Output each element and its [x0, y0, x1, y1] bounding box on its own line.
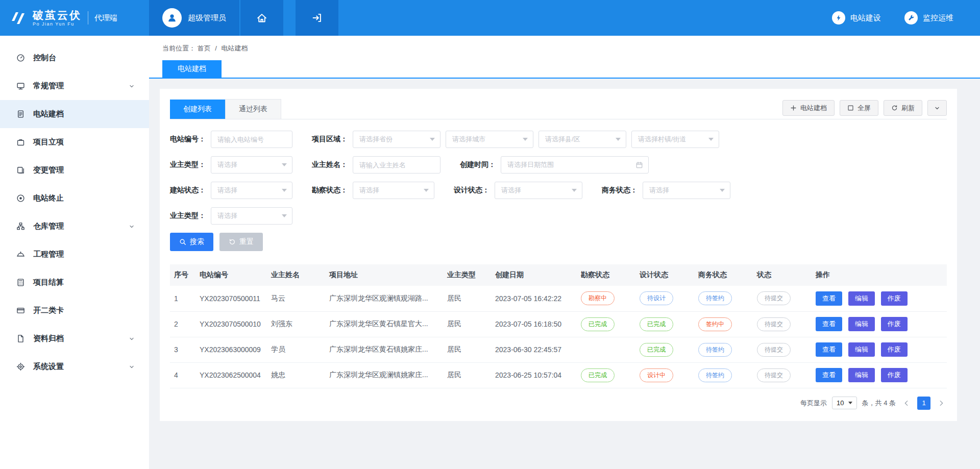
- sidebar-item-settings[interactable]: 系统设置: [0, 353, 149, 381]
- monitor-icon: [16, 82, 25, 90]
- design-status-badge: 设计中: [640, 368, 673, 382]
- chevron-down-icon: [424, 189, 429, 192]
- page-tab-station-archive[interactable]: 电站建档: [162, 60, 222, 78]
- view-button[interactable]: 查看: [816, 342, 842, 357]
- sidebar-item-warehouse[interactable]: 仓库管理: [0, 212, 149, 240]
- cell-created: 2023-07-05 16:42:22: [491, 286, 577, 311]
- business-status-badge: 待签约: [698, 368, 732, 382]
- gear-icon: [16, 362, 25, 371]
- city-select[interactable]: 请选择城市: [446, 131, 533, 148]
- per-page-select[interactable]: 10: [832, 397, 856, 409]
- edit-button[interactable]: 编辑: [848, 291, 875, 306]
- filter-label: 创建时间：: [460, 160, 496, 169]
- nav-station-build[interactable]: 电站建设: [832, 11, 881, 24]
- chevron-down-icon: [523, 138, 528, 141]
- page-number-1[interactable]: 1: [917, 397, 930, 410]
- business-status-select[interactable]: 请选择: [643, 182, 730, 199]
- sidebar-item-station-archive[interactable]: 电站建档: [0, 100, 149, 128]
- col-owner-name: 业主姓名: [267, 264, 325, 286]
- brand-title: 破茧云伏: [33, 9, 82, 21]
- design-status-select[interactable]: 请选择: [495, 182, 582, 199]
- survey-status-badge: 勘察中: [581, 291, 615, 305]
- reset-button[interactable]: 重置: [219, 233, 263, 251]
- table-header-row: 序号 电站编号 业主姓名 项目地址 业主类型 创建日期 勘察状态 设计状态 商务…: [170, 264, 947, 286]
- sidebar-item-change-mgmt[interactable]: 变更管理: [0, 156, 149, 184]
- nav-monitor-ops[interactable]: 监控运维: [904, 11, 953, 24]
- view-button[interactable]: 查看: [816, 368, 842, 382]
- filter-label: 设计状态：: [454, 186, 489, 195]
- county-select[interactable]: 请选择县/区: [538, 131, 626, 148]
- table-row: 4 YX2023062500004 姚忠 广东深圳龙华区观澜镇姚家庄... 居民…: [170, 362, 947, 388]
- void-button[interactable]: 作废: [881, 342, 908, 357]
- reset-icon: [229, 238, 236, 245]
- home-button[interactable]: [240, 0, 283, 36]
- void-button[interactable]: 作废: [881, 291, 908, 306]
- filter-design-status: 设计状态： 请选择: [454, 182, 582, 199]
- sidebar-item-general[interactable]: 常规管理: [0, 72, 149, 100]
- col-business-status: 商务状态: [694, 264, 753, 286]
- edit-button[interactable]: 编辑: [848, 368, 875, 382]
- add-station-button[interactable]: 电站建档: [782, 100, 835, 116]
- chevron-down-icon: [708, 138, 714, 141]
- sidebar-item-settlement[interactable]: 项目结算: [0, 268, 149, 297]
- chevron-down-icon: [572, 189, 577, 192]
- cell-created: 2023-06-25 10:57:04: [491, 362, 577, 388]
- collapse-toolbar-button[interactable]: [927, 100, 947, 116]
- chevron-down-icon: [129, 364, 135, 370]
- calendar-icon: [635, 161, 643, 169]
- void-button[interactable]: 作废: [881, 368, 908, 382]
- cell-address: 广东深圳龙华区观澜镇姚家庄...: [325, 362, 443, 388]
- breadcrumb-home[interactable]: 首页: [198, 44, 211, 52]
- tab-create-list[interactable]: 创建列表: [170, 100, 225, 119]
- cell-owner: 马云: [267, 286, 325, 311]
- town-select[interactable]: 请选择村镇/街道: [631, 131, 719, 148]
- portal-label: 代理端: [94, 13, 117, 23]
- col-created: 创建日期: [491, 264, 577, 286]
- col-survey-status: 勘察状态: [577, 264, 635, 286]
- topbar: 破茧云伏 Po Jian Yun Fu 代理端 超级管理员: [0, 0, 980, 36]
- logout-button[interactable]: [296, 0, 338, 36]
- design-status-badge: 已完成: [640, 317, 673, 331]
- sidebar-item-engineering[interactable]: 工程管理: [0, 240, 149, 268]
- cell-owner: 学员: [267, 337, 325, 362]
- user-menu[interactable]: 超级管理员: [149, 0, 239, 36]
- view-button[interactable]: 查看: [816, 291, 842, 306]
- sidebar-item-archive[interactable]: 资料归档: [0, 325, 149, 353]
- cell-created: 2023-07-05 16:18:50: [491, 311, 577, 337]
- chevron-down-icon: [129, 224, 135, 230]
- cell-address: 广东深圳龙华区黄石镇姚家庄...: [325, 337, 443, 362]
- filter-owner-name: 业主姓名：: [312, 156, 440, 174]
- fullscreen-button[interactable]: 全屏: [840, 100, 878, 116]
- void-button[interactable]: 作废: [881, 317, 908, 331]
- sidebar-item-station-terminate[interactable]: 电站终止: [0, 184, 149, 212]
- sidebar-item-project-init[interactable]: 项目立项: [0, 128, 149, 156]
- owner-name-input[interactable]: [353, 156, 440, 174]
- breadcrumb-current: 电站建档: [222, 44, 248, 52]
- date-range-input[interactable]: 请选择日期范围: [501, 156, 649, 174]
- search-button[interactable]: 搜索: [170, 233, 213, 251]
- view-button[interactable]: 查看: [816, 317, 842, 331]
- next-page-button[interactable]: [936, 400, 947, 407]
- username: 超级管理员: [188, 13, 226, 23]
- province-select[interactable]: 请选择省份: [353, 131, 440, 148]
- business-status-badge: 待签约: [698, 343, 732, 357]
- edit-button[interactable]: 编辑: [848, 342, 875, 357]
- sidebar-item-console[interactable]: 控制台: [0, 44, 149, 72]
- owner-type-select[interactable]: 请选择: [211, 156, 292, 174]
- refresh-button[interactable]: 刷新: [884, 100, 922, 116]
- station-no-input[interactable]: [211, 131, 292, 148]
- edit-button[interactable]: 编辑: [848, 317, 875, 331]
- document-icon: [16, 110, 25, 118]
- prev-page-button[interactable]: [901, 400, 912, 407]
- search-icon: [179, 238, 186, 245]
- col-station-no: 电站编号: [195, 264, 267, 286]
- owner-type-select-2[interactable]: 请选择: [211, 207, 292, 225]
- sidebar-item-class2-card[interactable]: 开二类卡: [0, 297, 149, 325]
- cell-station-no: YX2023070500011: [195, 286, 267, 311]
- build-status-select[interactable]: 请选择: [211, 182, 292, 199]
- calculator-icon: [16, 278, 25, 287]
- filter-build-status: 建站状态： 请选择: [170, 182, 292, 199]
- design-status-badge: 待设计: [640, 291, 673, 305]
- survey-status-select[interactable]: 请选择: [353, 182, 434, 199]
- tab-passed-list[interactable]: 通过列表: [225, 99, 281, 119]
